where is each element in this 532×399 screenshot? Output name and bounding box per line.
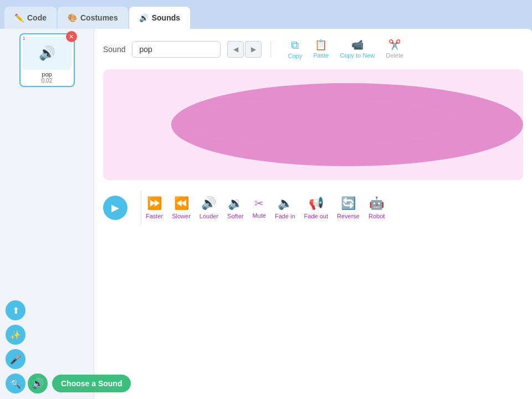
tab-bar: ✏️ Code 🎨 Costumes 🔊 Sounds [0, 0, 532, 29]
tab-code[interactable]: ✏️ Code [4, 7, 57, 29]
paste-label: Paste [313, 52, 329, 59]
nav-buttons: ◀ ▶ [227, 41, 262, 58]
faster-icon: ⏩ [147, 196, 162, 211]
next-button[interactable]: ▶ [245, 41, 262, 58]
fade-in-label: Fade in [275, 213, 295, 219]
tab-costumes-label: Costumes [80, 13, 118, 22]
copy-to-new-button[interactable]: 📹 Copy to New [336, 38, 378, 60]
tab-sounds[interactable]: 🔊 Sounds [129, 7, 190, 29]
effect-softer[interactable]: 🔉 Softer [227, 196, 243, 219]
reverse-label: Reverse [337, 213, 360, 219]
mute-icon: ✂ [254, 197, 264, 210]
left-sidebar: 1 ✕ 🔊 pop 0.02 🔊 Choose a Sound ⬆ ✨ 🎤 🔍 [0, 29, 94, 399]
effects-list: ⏩ Faster ⏪ Slower 🔊 Louder 🔉 Softer ✂ [146, 196, 385, 219]
action-buttons: ⧉ Copy 📋 Paste 📹 Copy to New ✂️ Delete [284, 38, 407, 60]
softer-label: Softer [227, 213, 243, 219]
sound-item-duration: 0.02 [23, 78, 71, 84]
choose-sound-label: Choose a Sound [61, 379, 122, 388]
delete-sound-button[interactable]: ✕ [66, 31, 77, 42]
effects-bar: ▶ ⏩ Faster ⏪ Slower 🔊 Louder 🔉 S [103, 191, 523, 224]
tab-sounds-label: Sounds [152, 13, 180, 22]
search-button[interactable]: 🔍 [6, 374, 25, 393]
effects-divider [141, 191, 141, 224]
prev-button[interactable]: ◀ [227, 41, 244, 58]
mute-label: Mute [252, 212, 265, 219]
delete-icon: ✂️ [388, 39, 401, 51]
sound-item[interactable]: 1 ✕ 🔊 pop 0.02 [19, 33, 75, 87]
editor-panel: Sound ◀ ▶ ⧉ Copy 📋 Paste 📹 Copy to New [94, 29, 532, 399]
faster-label: Faster [146, 213, 163, 219]
upload-button[interactable]: ⬆ [6, 300, 25, 320]
effect-mute[interactable]: ✂ Mute [252, 197, 265, 219]
louder-icon: 🔊 [201, 196, 216, 211]
robot-label: Robot [369, 213, 385, 219]
record-button[interactable]: 🎤 [6, 349, 25, 369]
choose-sound-wrapper: 🔊 Choose a Sound [28, 374, 131, 393]
reverse-icon: 🔄 [341, 196, 356, 211]
sound-name-input[interactable] [132, 41, 221, 58]
play-icon: ▶ [111, 202, 119, 214]
slower-icon: ⏪ [174, 196, 189, 211]
effect-robot[interactable]: 🤖 Robot [369, 196, 385, 219]
waveform-area [103, 69, 523, 180]
delete-label: Delete [386, 52, 403, 59]
bottom-tools: ⬆ ✨ 🎤 🔍 [6, 300, 25, 393]
copy-label: Copy [288, 53, 302, 59]
fade-in-icon: 🔈 [278, 196, 293, 211]
toolbar-separator [270, 41, 271, 58]
sound-item-thumbnail: 🔊 [23, 37, 71, 70]
softer-icon: 🔉 [228, 196, 243, 211]
surprise-button[interactable]: ✨ [6, 325, 25, 345]
speaker-icon: 🔊 [39, 45, 55, 61]
effect-louder[interactable]: 🔊 Louder [200, 196, 218, 219]
slower-label: Slower [172, 213, 191, 219]
copy-icon: ⧉ [291, 39, 299, 52]
sound-field-label: Sound [103, 45, 125, 54]
delete-button[interactable]: ✂️ Delete [382, 38, 407, 60]
louder-label: Louder [200, 213, 218, 219]
waveform-svg [103, 69, 523, 180]
robot-icon: 🤖 [369, 196, 384, 211]
effect-faster[interactable]: ⏩ Faster [146, 196, 163, 219]
play-button[interactable]: ▶ [103, 196, 127, 220]
effect-fade-in[interactable]: 🔈 Fade in [275, 196, 295, 219]
svg-point-2 [177, 97, 461, 147]
effect-slower[interactable]: ⏪ Slower [172, 196, 191, 219]
tab-costumes[interactable]: 🎨 Costumes [58, 7, 128, 29]
fade-out-icon: 📢 [309, 196, 324, 211]
fade-out-label: Fade out [304, 213, 328, 219]
paste-button[interactable]: 📋 Paste [310, 38, 332, 60]
paste-icon: 📋 [315, 39, 327, 51]
sound-item-number: 1 [23, 35, 25, 41]
tab-code-label: Code [27, 13, 47, 22]
editor-toolbar: Sound ◀ ▶ ⧉ Copy 📋 Paste 📹 Copy to New [103, 38, 523, 60]
main-area: 1 ✕ 🔊 pop 0.02 🔊 Choose a Sound ⬆ ✨ 🎤 🔍 … [0, 29, 532, 399]
effect-fade-out[interactable]: 📢 Fade out [304, 196, 328, 219]
copy-to-new-icon: 📹 [351, 39, 364, 51]
sounds-icon: 🔊 [139, 13, 149, 22]
effect-reverse[interactable]: 🔄 Reverse [337, 196, 360, 219]
choose-sound-button[interactable]: Choose a Sound [52, 375, 131, 392]
copy-to-new-label: Copy to New [340, 52, 375, 59]
costumes-icon: 🎨 [68, 13, 77, 22]
sound-item-name: pop [23, 71, 71, 78]
code-icon: ✏️ [14, 13, 24, 22]
choose-sound-icon-button[interactable]: 🔊 [28, 374, 48, 393]
copy-button[interactable]: ⧉ Copy [284, 38, 305, 60]
